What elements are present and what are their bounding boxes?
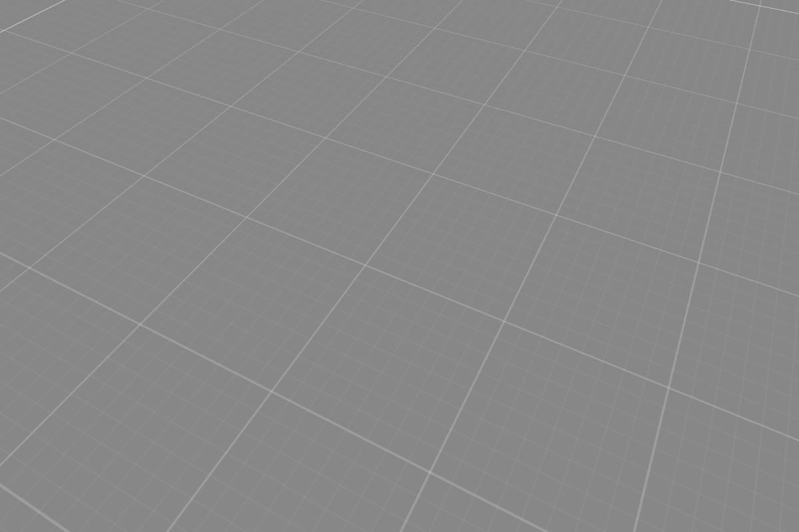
3d-viewport[interactable]	[0, 0, 799, 532]
window-blur	[430, 215, 445, 234]
point-cloud-scene	[0, 0, 799, 532]
right-room-front-face	[437, 338, 625, 504]
right-room-point-cloud	[436, 101, 766, 504]
roof-point-cloud	[23, 70, 504, 266]
